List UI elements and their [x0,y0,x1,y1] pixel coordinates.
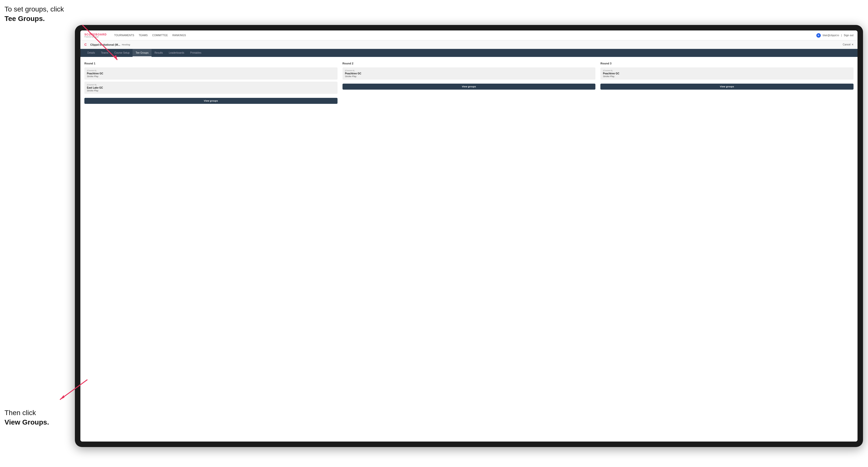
round-2-course-a-label: (Course A) [345,69,593,72]
tab-results[interactable]: Results [152,49,166,57]
round-2-course-a-format: Stroke Play [345,75,593,77]
round-1-course-b-format: Stroke Play [87,89,335,92]
instruction-bottom-bold: View Groups. [4,418,49,426]
tab-course-setup[interactable]: Course Setup [111,49,132,57]
tablet-screen: SCOREBOARD Powered by clippit TOURNAMENT… [81,30,858,441]
instruction-top-bold: Tee Groups. [4,15,45,23]
top-nav: SCOREBOARD Powered by clippit TOURNAMENT… [81,30,858,40]
nav-tournaments[interactable]: TOURNAMENTS [114,34,134,37]
logo-sub: Powered by clippit [84,36,106,38]
c-logo: C [84,43,87,46]
round-3-title: Round 3 [600,62,854,65]
nav-teams[interactable]: TEAMS [139,34,148,37]
separator: | [841,34,842,37]
tab-details[interactable]: Details [84,49,98,57]
tab-leaderboards[interactable]: Leaderboards [166,49,187,57]
cancel-x-icon: ✕ [851,43,854,46]
sign-out-link[interactable]: Sign out [844,34,854,37]
instruction-bottom-line1: Then click [4,409,36,416]
svg-marker-3 [60,395,64,400]
nav-committee[interactable]: COMMITTEE [152,34,168,37]
round-2-course-a: (Course A) Peachtree GC Stroke Play [342,67,596,80]
round-2-course-a-name: Peachtree GC [345,72,593,75]
hosting-badge: Hosting [122,43,130,46]
tab-nav: Details Teams Course Setup Tee Groups Re… [81,49,858,57]
nav-right: B blair@clippd.io | Sign out [816,33,854,38]
instruction-top: To set groups, click Tee Groups. [4,4,64,24]
avatar: B [816,33,821,38]
nav-links: TOURNAMENTS TEAMS COMMITTEE RANKINGS [114,34,186,37]
round-3-course-a-name: Peachtree GC [603,72,851,75]
nav-rankings[interactable]: RANKINGS [172,34,186,37]
round-1-course-b: (Course B) East Lake GC Stroke Play [84,82,338,94]
cancel-button[interactable]: Cancel ✕ [843,43,854,46]
round-1-course-a-name: Peachtree GC [87,72,335,75]
round-1-title: Round 1 [84,62,338,65]
round-3-course-a: (Course A) Peachtree GC Stroke Play [600,67,854,80]
round-1-column: Round 1 (Course A) Peachtree GC Stroke P… [84,62,338,104]
round-1-course-a-label: (Course A) [87,69,335,72]
round-1-course-b-label: (Course B) [87,84,335,86]
round-1-course-b-name: East Lake GC [87,86,335,89]
main-content: Round 1 (Course A) Peachtree GC Stroke P… [81,57,858,441]
instruction-top-line1: To set groups, click [4,5,64,13]
tablet-container: SCOREBOARD Powered by clippit TOURNAMENT… [75,25,863,447]
sub-nav: C Clippd Invitational (M... Hosting Canc… [81,40,858,49]
round-3-course-a-format: Stroke Play [603,75,851,77]
round-3-course-a-label: (Course A) [603,69,851,72]
rounds-grid: Round 1 (Course A) Peachtree GC Stroke P… [84,62,854,104]
instruction-bottom: Then click View Groups. [4,408,49,427]
tournament-title: Clippd Invitational (M... Hosting [90,43,130,46]
logo-area: SCOREBOARD Powered by clippit [84,33,106,38]
round-3-view-groups-button[interactable]: View groups [600,84,854,90]
tab-tee-groups[interactable]: Tee Groups [132,49,152,57]
round-1-course-a: (Course A) Peachtree GC Stroke Play [84,67,338,80]
user-email: blair@clippd.io [823,34,839,37]
tab-printables[interactable]: Printables [187,49,204,57]
tab-teams[interactable]: Teams [98,49,111,57]
round-3-column: Round 3 (Course A) Peachtree GC Stroke P… [600,62,854,104]
logo-text: SCOREBOARD [84,33,106,36]
round-2-view-groups-button[interactable]: View groups [342,84,596,90]
round-2-title: Round 2 [342,62,596,65]
round-1-course-a-format: Stroke Play [87,75,335,77]
logo-scoreboard: SCOREBOARD [84,33,106,36]
round-1-view-groups-button[interactable]: View groups [84,98,338,104]
round-2-column: Round 2 (Course A) Peachtree GC Stroke P… [342,62,596,104]
